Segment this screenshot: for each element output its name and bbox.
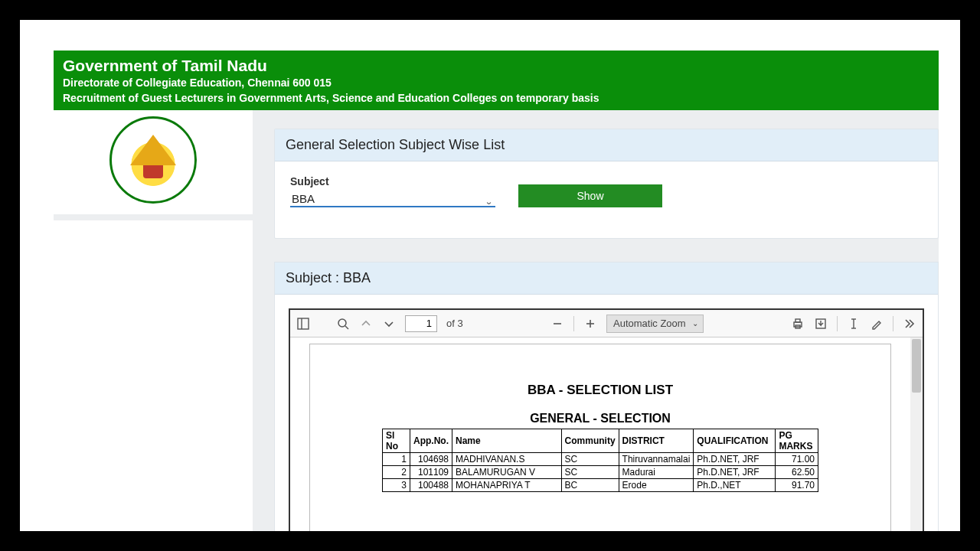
svg-rect-0 [298, 318, 309, 329]
pdf-page: BBA - SELECTION LIST GENERAL - SELECTION… [309, 344, 891, 531]
results-panel: Subject : BBA [274, 262, 939, 531]
show-button[interactable]: Show [518, 184, 662, 207]
table-row: 2 101109 BALAMURUGAN V SC Madurai Ph.D.N… [383, 466, 818, 479]
filter-panel: General Selection Subject Wise List Subj… [274, 129, 939, 239]
chevron-down-icon: ⌄ [485, 197, 493, 207]
header-title: Government of Tamil Nadu [63, 57, 929, 75]
main-content: General Selection Subject Wise List Subj… [253, 110, 939, 531]
page-up-icon[interactable] [359, 317, 373, 331]
emblem-container [54, 113, 253, 211]
page-number-input[interactable] [405, 315, 437, 332]
svg-line-3 [345, 326, 348, 329]
col-pg: PG MARKS [776, 429, 818, 453]
content-row: General Selection Subject Wise List Subj… [20, 110, 960, 531]
subject-field: Subject BBA ⌄ [290, 175, 495, 207]
col-dist: DISTRICT [619, 429, 694, 453]
site-header: Government of Tamil Nadu Directorate of … [54, 51, 939, 110]
toolbar-separator [893, 316, 893, 331]
sidebar-toggle-icon[interactable] [296, 317, 310, 331]
chevron-down-icon: ⌄ [692, 319, 698, 328]
col-app: App.No. [410, 429, 452, 453]
sidebar [54, 110, 253, 531]
download-icon[interactable] [814, 317, 828, 331]
pdf-toolbar-center: Automatic Zoom ⌄ [550, 315, 704, 333]
selection-table: Sl No App.No. Name Community DISTRICT QU… [382, 429, 818, 492]
subject-value: BBA [290, 189, 315, 208]
print-icon[interactable] [791, 317, 805, 331]
toolbar-separator [573, 316, 574, 331]
col-name: Name [452, 429, 562, 453]
page-root: Government of Tamil Nadu Directorate of … [20, 20, 960, 531]
filter-form-row: Subject BBA ⌄ Show [290, 175, 923, 207]
tn-emblem-icon [109, 116, 197, 204]
header-subtitle-1: Directorate of Collegiate Education, Che… [63, 77, 929, 89]
pdf-viewer: of 3 Automatic Zoom [289, 308, 924, 531]
more-tools-icon[interactable] [903, 317, 916, 331]
table-header-row: Sl No App.No. Name Community DISTRICT QU… [383, 429, 818, 453]
document-subtitle: GENERAL - SELECTION [332, 412, 869, 425]
scrollbar-thumb[interactable] [912, 339, 921, 393]
filter-panel-title: General Selection Subject Wise List [275, 129, 938, 161]
results-panel-title: Subject : BBA [275, 262, 938, 295]
col-com: Community [561, 429, 619, 453]
search-icon[interactable] [336, 317, 350, 331]
page-down-icon[interactable] [382, 317, 396, 331]
pdf-toolbar-left: of 3 [296, 315, 463, 332]
col-sl: Sl No [383, 429, 410, 453]
pdf-toolbar: of 3 Automatic Zoom [290, 310, 923, 337]
zoom-out-icon[interactable] [550, 317, 564, 331]
table-row: 1 104698 MADHIVANAN.S SC Thiruvannamalai… [383, 453, 818, 466]
draw-icon[interactable] [870, 317, 884, 331]
text-select-icon[interactable] [847, 317, 861, 331]
svg-rect-8 [795, 319, 800, 322]
table-row: 3 100488 MOHANAPRIYA T BC Erode Ph.D.,NE… [383, 479, 818, 492]
zoom-select[interactable]: Automatic Zoom ⌄ [606, 315, 704, 333]
document-title: BBA - SELECTION LIST [332, 383, 869, 398]
zoom-in-icon[interactable] [583, 317, 597, 331]
header-subtitle-2: Recruitment of Guest Lecturers in Govern… [63, 92, 929, 104]
pdf-scrollbar[interactable] [910, 337, 923, 531]
toolbar-separator [837, 316, 838, 331]
col-qual: QUALIFICATION [694, 429, 776, 453]
results-title-prefix: Subject : [286, 270, 343, 285]
subject-select[interactable]: BBA ⌄ [290, 192, 495, 207]
page-total-label: of 3 [446, 318, 463, 329]
svg-point-2 [338, 319, 346, 327]
pdf-page-area: BBA - SELECTION LIST GENERAL - SELECTION… [290, 337, 910, 531]
zoom-value: Automatic Zoom [613, 318, 686, 329]
sidebar-separator [54, 214, 253, 220]
subject-label: Subject [290, 175, 495, 187]
results-title-subject: BBA [343, 270, 371, 285]
filter-panel-body: Subject BBA ⌄ Show [275, 161, 938, 238]
pdf-toolbar-right [791, 316, 916, 331]
